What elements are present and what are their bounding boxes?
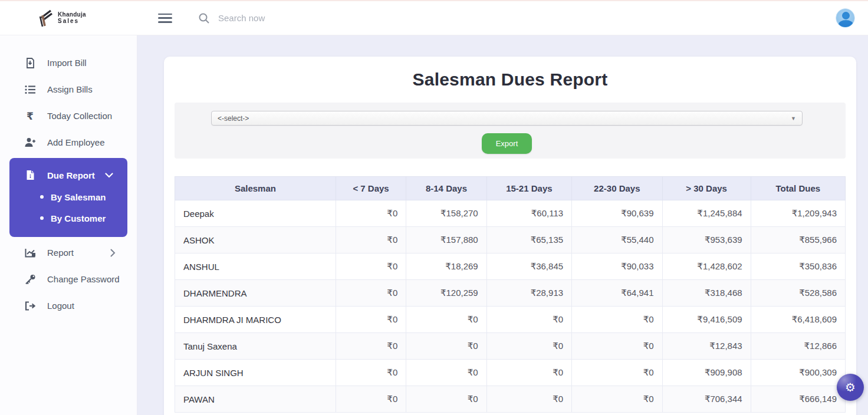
menu-icon[interactable] [158,14,172,23]
sidebar-item-logout[interactable]: Logout [0,292,137,319]
search-input[interactable] [218,13,395,23]
dues-cell: ₹6,418,609 [751,307,845,333]
sidebar-item-label: Due Report [47,170,95,180]
dues-cell: ₹90,033 [572,253,662,280]
dues-cell: ₹909,908 [662,360,751,386]
sidebar-item-report[interactable]: Report [0,239,137,266]
dues-cell: ₹0 [572,360,662,386]
dues-cell: ₹0 [336,253,406,280]
table-row: ANSHUL ₹0 ₹18,269 ₹36,845 ₹90,033 ₹1,428… [175,253,846,280]
chevron-right-icon [110,249,116,257]
dues-table: Salesman < 7 Days 8-14 Days 15-21 Days 2… [175,176,846,413]
bullet-icon [40,195,44,199]
dues-cell: ₹12,843 [662,333,751,360]
logo-icon [38,9,53,27]
dues-cell: ₹318,468 [662,280,751,307]
dues-cell: ₹0 [336,200,406,227]
col-header-22-30: 22-30 Days [572,177,662,200]
col-header-salesman: Salesman [175,177,336,200]
dues-cell: ₹706,344 [662,386,751,413]
filter-panel: <-select-> ▼ Export [175,103,846,159]
sidebar-item-label: Add Employee [47,137,105,147]
sidebar-item-due-report[interactable]: Due Report [9,164,127,186]
dues-cell: ₹36,845 [486,253,571,280]
dues-cell: ₹55,440 [572,227,662,253]
bullet-icon [40,216,44,220]
col-header-total: Total Dues [751,177,845,200]
main-content: Salesman Dues Report <-select-> ▼ Export… [138,35,868,415]
dues-cell: ₹0 [486,333,571,360]
dues-cell: ₹1,209,943 [751,200,845,227]
dues-cell: ₹0 [406,333,486,360]
app-logo[interactable]: Khanduja Sales [0,9,137,27]
dues-cell: ₹528,586 [751,280,845,307]
dues-cell: ₹9,416,509 [662,307,751,333]
dues-cell: ₹158,270 [406,200,486,227]
report-icon [24,248,37,258]
search-icon [198,12,210,24]
dues-cell: ₹0 [336,386,406,413]
sidebar-item-label: Logout [47,301,74,311]
dues-cell: ₹0 [572,333,662,360]
dues-cell: ₹120,259 [406,280,486,307]
sidebar-item-label: Today Collection [47,111,112,121]
dues-cell: ₹0 [336,280,406,307]
dues-cell: ₹666,149 [751,386,845,413]
due-report-icon [24,170,37,180]
add-employee-icon [24,137,37,147]
dues-cell: ₹65,135 [486,227,571,253]
salesman-name: ARJUN SINGH [175,360,336,386]
dues-cell: ₹157,880 [406,227,486,253]
page-title: Salesman Dues Report [175,70,846,90]
sidebar-group-due-report: Due Report By Salesman By Customer [9,158,127,237]
table-row: ARJUN SINGH ₹0 ₹0 ₹0 ₹0 ₹909,908 ₹900,30… [175,360,846,386]
assign-bills-icon [24,85,37,94]
sidebar-subitem-label: By Salesman [51,192,106,202]
dues-cell: ₹0 [572,386,662,413]
salesman-name: DHARMENDRA [175,280,336,307]
col-header-gt30: > 30 Days [662,177,751,200]
top-header: Khanduja Sales [0,0,868,35]
dues-cell: ₹0 [406,360,486,386]
sidebar-item-assign-bills[interactable]: Assign Bills [0,76,137,103]
dues-cell: ₹12,866 [751,333,845,360]
export-button[interactable]: Export [482,133,532,154]
sidebar-subitem-label: By Customer [51,213,106,223]
logo-text-line1: Khanduja [58,12,86,18]
salesman-name: DHARMDRA JI MARICO [175,307,336,333]
salesman-name: ANSHUL [175,253,336,280]
chevron-down-icon [105,173,113,178]
table-row: DHARMDRA JI MARICO ₹0 ₹0 ₹0 ₹0 ₹9,416,50… [175,307,846,333]
table-row: Tanuj Saxena ₹0 ₹0 ₹0 ₹0 ₹12,843 ₹12,866 [175,333,846,360]
dues-cell: ₹0 [336,227,406,253]
sidebar-subitem-by-customer[interactable]: By Customer [9,208,127,229]
user-avatar[interactable] [836,8,855,28]
dues-cell: ₹0 [336,307,406,333]
col-header-8-14: 8-14 Days [406,177,486,200]
search-bar [198,12,836,24]
dues-cell: ₹953,639 [662,227,751,253]
sidebar-subitem-by-salesman[interactable]: By Salesman [9,186,127,208]
gear-icon: ⚙ [845,380,856,394]
logout-icon [24,301,37,311]
dues-cell: ₹1,428,602 [662,253,751,280]
salesman-name: Deepak [175,200,336,227]
dues-cell: ₹18,269 [406,253,486,280]
table-header-row: Salesman < 7 Days 8-14 Days 15-21 Days 2… [175,177,846,200]
sidebar-item-today-collection[interactable]: ₹ Today Collection [0,103,137,129]
salesman-select[interactable]: <-select-> ▼ [211,111,803,126]
sidebar-item-label: Assign Bills [47,84,93,94]
sidebar-item-change-password[interactable]: Change Password [0,266,137,292]
salesman-name: Tanuj Saxena [175,333,336,360]
dues-cell: ₹0 [406,307,486,333]
sidebar-item-import-bill[interactable]: Import Bill [0,50,137,76]
dues-cell: ₹0 [336,333,406,360]
sidebar: Import Bill Assign Bills ₹ Today Collect… [0,35,137,415]
sidebar-item-add-employee[interactable]: Add Employee [0,129,137,156]
dues-cell: ₹0 [572,307,662,333]
dues-cell: ₹855,966 [751,227,845,253]
dues-cell: ₹0 [406,386,486,413]
dues-cell: ₹0 [486,386,571,413]
dues-cell: ₹60,113 [486,200,571,227]
settings-fab-button[interactable]: ⚙ [837,374,864,401]
